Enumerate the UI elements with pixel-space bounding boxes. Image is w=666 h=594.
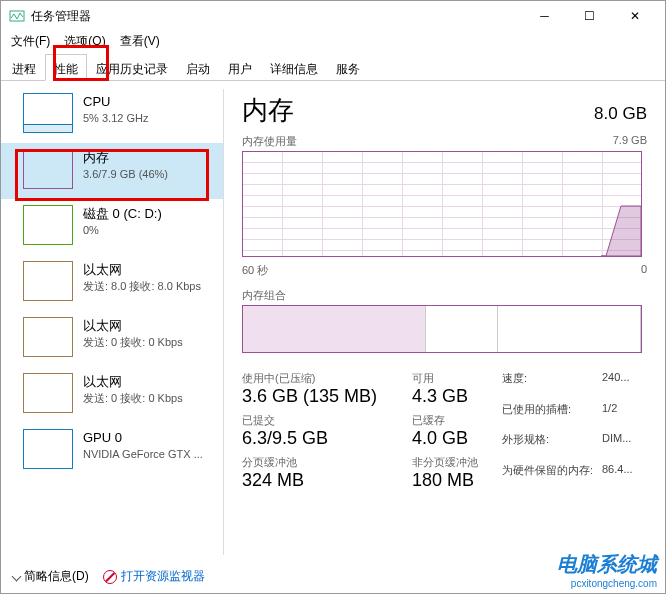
net1-title: 以太网 bbox=[83, 261, 201, 279]
menu-view[interactable]: 查看(V) bbox=[114, 31, 166, 53]
menubar: 文件(F) 选项(O) 查看(V) bbox=[1, 31, 665, 53]
time-left: 60 秒 bbox=[242, 263, 268, 278]
reserved-l: 为硬件保留的内存: bbox=[502, 463, 602, 492]
usage-chart bbox=[242, 151, 642, 257]
tab-processes[interactable]: 进程 bbox=[3, 54, 45, 81]
form-v: DIM... bbox=[602, 432, 650, 461]
net-thumb-icon bbox=[23, 317, 73, 357]
footer: 简略信息(D) 打开资源监视器 bbox=[13, 568, 205, 585]
mem-sub: 3.6/7.9 GB (46%) bbox=[83, 167, 168, 182]
memory-thumb-icon bbox=[23, 149, 73, 189]
inuse-label: 使用中(已压缩) bbox=[242, 371, 412, 386]
net-thumb-icon bbox=[23, 261, 73, 301]
titlebar: 任务管理器 ─ ☐ ✕ bbox=[1, 1, 665, 31]
tab-details[interactable]: 详细信息 bbox=[261, 54, 327, 81]
sidebar-item-disk[interactable]: 磁盘 0 (C: D:)0% bbox=[1, 199, 223, 255]
sidebar: CPU5% 3.12 GHz 内存3.6/7.9 GB (46%) 磁盘 0 (… bbox=[1, 81, 223, 563]
avail-label: 可用 bbox=[412, 371, 502, 386]
tab-users[interactable]: 用户 bbox=[219, 54, 261, 81]
minimize-button[interactable]: ─ bbox=[522, 1, 567, 31]
gpu-sub: NVIDIA GeForce GTX ... bbox=[83, 447, 203, 462]
reserved-v: 86.4... bbox=[602, 463, 650, 492]
avail-val: 4.3 GB bbox=[412, 386, 502, 407]
disk-thumb-icon bbox=[23, 205, 73, 245]
paged-label: 分页缓冲池 bbox=[242, 455, 412, 470]
usage-curve bbox=[601, 150, 641, 256]
comp-chart bbox=[242, 305, 642, 353]
close-button[interactable]: ✕ bbox=[612, 1, 657, 31]
tab-services[interactable]: 服务 bbox=[327, 54, 369, 81]
net1-sub: 发送: 8.0 接收: 8.0 Kbps bbox=[83, 279, 201, 294]
sidebar-item-cpu[interactable]: CPU5% 3.12 GHz bbox=[1, 87, 223, 143]
brief-toggle[interactable]: 简略信息(D) bbox=[13, 568, 89, 585]
comp-used bbox=[243, 306, 426, 352]
form-l: 外形规格: bbox=[502, 432, 602, 461]
main-title: 内存 bbox=[242, 93, 294, 128]
sidebar-item-net3[interactable]: 以太网发送: 0 接收: 0 Kbps bbox=[1, 367, 223, 423]
maximize-button[interactable]: ☐ bbox=[567, 1, 612, 31]
mem-title: 内存 bbox=[83, 149, 168, 167]
nonpaged-val: 180 MB bbox=[412, 470, 502, 491]
tab-startup[interactable]: 启动 bbox=[177, 54, 219, 81]
time-right: 0 bbox=[641, 263, 647, 278]
cached-val: 4.0 GB bbox=[412, 428, 502, 449]
inuse-val: 3.6 GB (135 MB) bbox=[242, 386, 412, 407]
tabbar: 进程 性能 应用历史记录 启动 用户 详细信息 服务 bbox=[1, 53, 665, 81]
cpu-sub: 5% 3.12 GHz bbox=[83, 111, 148, 126]
sidebar-item-net1[interactable]: 以太网发送: 8.0 接收: 8.0 Kbps bbox=[1, 255, 223, 311]
disk-sub: 0% bbox=[83, 223, 162, 238]
open-resmon-link[interactable]: 打开资源监视器 bbox=[103, 568, 205, 585]
comp-label: 内存组合 bbox=[242, 288, 665, 303]
sidebar-item-memory[interactable]: 内存3.6/7.9 GB (46%) bbox=[1, 143, 223, 199]
usage-max: 7.9 GB bbox=[613, 134, 647, 149]
chevron-up-icon bbox=[12, 572, 22, 582]
main-panel: 内存 8.0 GB 内存使用量7.9 GB 60 秒0 内存组合 使用中(已压缩… bbox=[224, 81, 665, 563]
nonpaged-label: 非分页缓冲池 bbox=[412, 455, 502, 470]
usage-label: 内存使用量 bbox=[242, 134, 297, 149]
comp-commit bbox=[426, 306, 498, 352]
cached-label: 已缓存 bbox=[412, 413, 502, 428]
net2-title: 以太网 bbox=[83, 317, 183, 335]
menu-options[interactable]: 选项(O) bbox=[58, 31, 111, 53]
net2-sub: 发送: 0 接收: 0 Kbps bbox=[83, 335, 183, 350]
net-thumb-icon bbox=[23, 373, 73, 413]
tab-performance[interactable]: 性能 bbox=[45, 54, 87, 81]
comp-avail bbox=[498, 306, 641, 352]
disk-title: 磁盘 0 (C: D:) bbox=[83, 205, 162, 223]
speed-v: 240... bbox=[602, 371, 650, 400]
gpu-thumb-icon bbox=[23, 429, 73, 469]
gpu-title: GPU 0 bbox=[83, 429, 203, 447]
net3-title: 以太网 bbox=[83, 373, 183, 391]
cpu-title: CPU bbox=[83, 93, 148, 111]
main-capacity: 8.0 GB bbox=[594, 104, 647, 124]
tab-app-history[interactable]: 应用历史记录 bbox=[87, 54, 177, 81]
paged-val: 324 MB bbox=[242, 470, 412, 491]
slots-v: 1/2 bbox=[602, 402, 650, 431]
commit-val: 6.3/9.5 GB bbox=[242, 428, 412, 449]
cpu-thumb-icon bbox=[23, 93, 73, 133]
speed-l: 速度: bbox=[502, 371, 602, 400]
window-title: 任务管理器 bbox=[31, 8, 91, 25]
sidebar-item-gpu[interactable]: GPU 0NVIDIA GeForce GTX ... bbox=[1, 423, 223, 479]
menu-file[interactable]: 文件(F) bbox=[5, 31, 56, 53]
sidebar-item-net2[interactable]: 以太网发送: 0 接收: 0 Kbps bbox=[1, 311, 223, 367]
net3-sub: 发送: 0 接收: 0 Kbps bbox=[83, 391, 183, 406]
resmon-icon bbox=[103, 570, 117, 584]
slots-l: 已使用的插槽: bbox=[502, 402, 602, 431]
commit-label: 已提交 bbox=[242, 413, 412, 428]
taskmgr-icon bbox=[9, 8, 25, 24]
